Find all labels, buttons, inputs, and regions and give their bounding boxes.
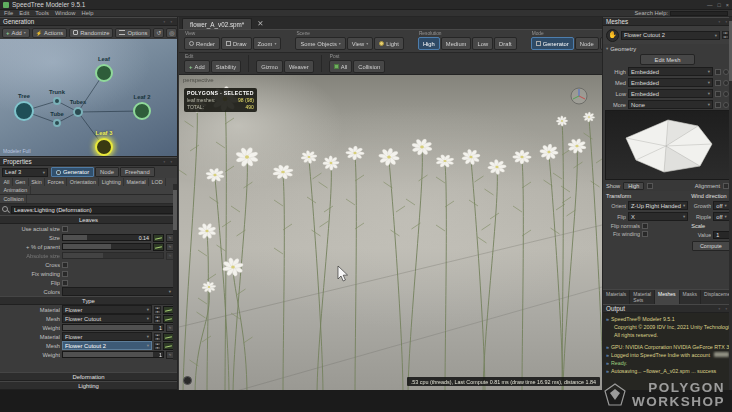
mesh-dropdown[interactable]: Flower Cutout▾ [62, 314, 152, 323]
document-tab[interactable]: flower_A_v02.spm* [182, 18, 252, 29]
mode-node-toolbar-button[interactable]: Node [575, 37, 599, 50]
mode-generator-toolbar-button[interactable]: Generator [531, 37, 574, 50]
edit-mesh-button[interactable]: Edit Mesh [640, 54, 696, 65]
tab-displacements[interactable]: Displacements [701, 290, 732, 304]
size-slider[interactable]: 0.14 [62, 234, 151, 241]
light-button[interactable]: Light [374, 37, 404, 50]
properties-tab[interactable]: Animation [1, 186, 31, 194]
orientation-gizmo[interactable] [568, 85, 590, 107]
fix-winding-checkbox[interactable] [62, 271, 68, 277]
curve-thumbnail[interactable] [153, 234, 164, 242]
weaver-button[interactable]: Weaver [284, 60, 314, 73]
cross-checkbox[interactable] [62, 262, 68, 268]
lod-toggle-icon[interactable] [715, 91, 721, 97]
left-panel-scrollbar[interactable] [173, 184, 177, 360]
flip-normals-checkbox[interactable] [642, 223, 648, 229]
resolution-low-button[interactable]: Low [472, 37, 493, 50]
stability-button[interactable]: Stability [211, 60, 241, 73]
draw-button[interactable]: Draw [221, 37, 252, 50]
mode-freehand-button[interactable]: Freehand [120, 167, 155, 177]
growth-dropdown[interactable]: off▾ [713, 201, 730, 210]
tab-meshes[interactable]: Meshes [655, 290, 680, 304]
stepper-arrows[interactable]: ▴▾ [154, 306, 161, 314]
tab-material-sets[interactable]: Material Sets [630, 290, 655, 304]
menu-item[interactable]: Help [82, 10, 94, 16]
gizmo-button[interactable]: Gizmo [256, 60, 283, 73]
panel-header-icons[interactable]: ▫ ▫ [719, 19, 729, 24]
section-lighting[interactable]: Lighting [0, 381, 177, 390]
fix-winding-checkbox[interactable] [642, 231, 648, 237]
search-help-input[interactable] [670, 11, 728, 16]
lod-low-dropdown[interactable]: Embedded▾ [628, 89, 713, 98]
mesh-preview[interactable] [605, 110, 730, 180]
menu-item[interactable]: Tools [35, 10, 49, 16]
target-node-dropdown[interactable]: Leaf 3▾ [2, 168, 48, 177]
graph-node-tube[interactable] [53, 119, 61, 127]
lod-more-dropdown[interactable]: None▾ [628, 100, 713, 109]
properties-tab[interactable]: Skin [29, 178, 45, 186]
property-search-input[interactable] [11, 206, 175, 214]
weight-slider[interactable]: 1 [62, 351, 164, 358]
minimize-icon[interactable]: — [707, 2, 713, 8]
close-icon[interactable]: × [726, 2, 729, 8]
resolution-medium-button[interactable]: Medium [441, 37, 472, 50]
graph-node-leaf-3[interactable] [95, 138, 113, 156]
stepper-arrows[interactable]: ▴▾ [154, 315, 161, 323]
properties-tab[interactable]: Collision [1, 195, 27, 203]
section-type[interactable]: Type [0, 296, 177, 305]
add-node-button[interactable]: +Add▾ [2, 28, 30, 38]
lod-high-dropdown[interactable]: Embedded▾ [628, 67, 713, 76]
menu-item[interactable]: Edit [19, 10, 29, 16]
panel-header-icons[interactable]: ▫ ▫ [164, 19, 174, 24]
randomize-button[interactable]: Randomize [69, 28, 113, 38]
mode-generator-button[interactable]: Generator [51, 167, 94, 177]
mode-node-button[interactable]: Node [95, 167, 119, 177]
menu-item[interactable]: Window [55, 10, 76, 16]
panel-header-icons[interactable]: ▫ ▫ [164, 159, 174, 164]
resolution-high-button[interactable]: High [418, 37, 440, 50]
section-deformation[interactable]: Deformation [0, 372, 177, 381]
lod-toggle-icon[interactable] [715, 102, 721, 108]
grab-hand-icon-button[interactable]: ✋ [606, 29, 619, 42]
lod-toggle-icon[interactable] [715, 69, 721, 75]
tab-close-icon[interactable]: ✕ [253, 19, 267, 28]
camera-label[interactable]: perspective [183, 77, 214, 83]
orient-dropdown[interactable]: Z-Up Right Handed▾ [628, 201, 688, 210]
colors-dropdown[interactable]: ▾ [62, 287, 174, 296]
maximize-icon[interactable]: □ [717, 2, 720, 8]
properties-tab[interactable]: Orientation [67, 178, 99, 186]
viewport-3d[interactable]: perspective POLYGONS - SELECTED leaf mes… [179, 75, 602, 390]
properties-tab[interactable]: Forces [45, 178, 67, 186]
material-dropdown[interactable]: Flower▾ [62, 305, 152, 314]
graph-node-leaf[interactable] [95, 64, 113, 82]
playback-badge[interactable] [183, 376, 192, 385]
flip-dropdown[interactable]: X▾ [628, 212, 688, 221]
graph-node-tree[interactable] [14, 101, 34, 121]
edit-add-button[interactable]: +Add [184, 60, 210, 73]
flip-checkbox[interactable] [62, 280, 68, 286]
percent-of-parent-slider[interactable] [62, 243, 151, 250]
graph-node-leaf-2[interactable] [133, 102, 151, 120]
stepper-arrows[interactable]: ▴▾ [154, 342, 161, 350]
grid-icon[interactable] [647, 183, 653, 189]
curve-thumbnail[interactable] [153, 243, 164, 251]
mesh-selector-arrows[interactable]: ◂▸ [722, 31, 729, 39]
mesh-dropdown-selected[interactable]: Flower Cutout 2▾ [62, 341, 152, 350]
panel-header-icons[interactable]: ▫ ▫ [719, 306, 729, 311]
properties-tab[interactable]: LOD [149, 178, 166, 186]
lod-toggle-icon[interactable] [715, 80, 721, 86]
some-objects-dropdown[interactable]: Some Objects▾ [295, 37, 345, 50]
view-dropdown[interactable]: View▾ [347, 37, 373, 50]
undo-icon-button[interactable]: ↺ [153, 28, 164, 38]
section-leaves[interactable]: Leaves [0, 215, 177, 224]
lod-med-dropdown[interactable]: Embedded▾ [628, 78, 713, 87]
all-button[interactable]: All [329, 60, 352, 73]
resolution-draft-button[interactable]: Draft [494, 37, 517, 50]
properties-tab[interactable]: All [1, 178, 13, 186]
show-high-button[interactable]: High [623, 182, 644, 190]
actions-button[interactable]: ⚡Actions [32, 28, 67, 38]
collision-button[interactable]: Collision [353, 60, 385, 73]
tab-masks[interactable]: Masks [680, 290, 701, 304]
compute-button[interactable]: Compute [692, 241, 730, 251]
focus-icon-button[interactable]: ◎ [166, 28, 177, 38]
